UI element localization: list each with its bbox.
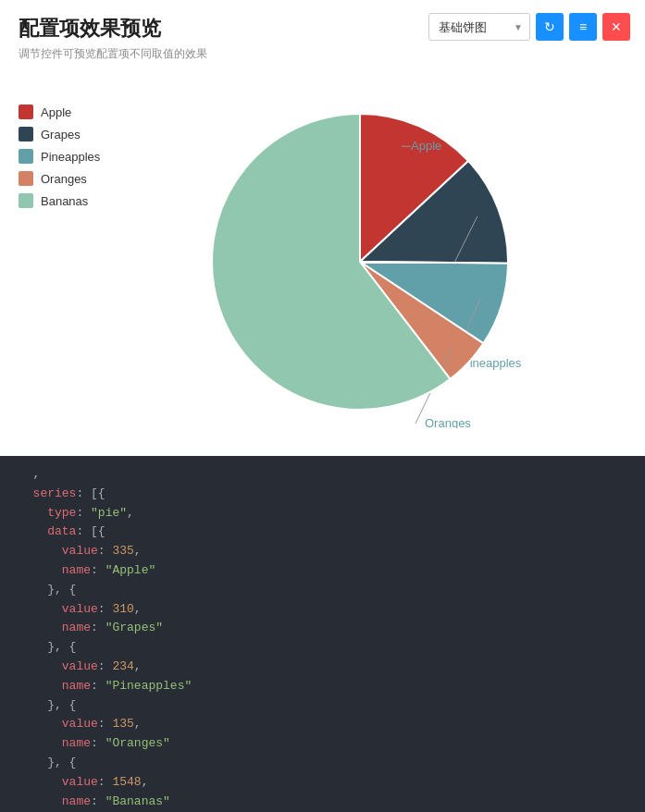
- page-subtitle: 调节控件可预览配置项不同取值的效果: [19, 46, 626, 62]
- code-line: value: 1548,: [19, 773, 626, 793]
- close-icon: ✕: [611, 19, 622, 34]
- settings-icon: ≡: [579, 19, 587, 34]
- legend-item: Bananas: [19, 193, 111, 208]
- legend-color-swatch: [19, 171, 33, 186]
- legend-label: Oranges: [41, 172, 87, 186]
- pie-label-apple: Apple: [411, 139, 441, 153]
- chart-type-wrapper: 基础饼图 ▼: [428, 13, 530, 41]
- code-line: name: "Apple": [19, 561, 626, 581]
- legend-label: Bananas: [41, 194, 88, 208]
- code-line: type: "pie",: [19, 504, 626, 523]
- code-line: value: 310,: [19, 600, 626, 620]
- refresh-icon: ↻: [544, 19, 555, 34]
- code-line: value: 335,: [19, 542, 626, 561]
- legend-color-swatch: [19, 105, 33, 119]
- settings-button[interactable]: ≡: [569, 13, 597, 41]
- legend-item: Apple: [19, 105, 111, 119]
- code-line: series: [{: [19, 485, 626, 504]
- code-line: data: [{: [19, 523, 626, 542]
- code-section: , series: [{ type: "pie", data: [{ value…: [0, 456, 645, 812]
- legend-label: Apple: [41, 105, 71, 119]
- legend-color-swatch: [19, 149, 33, 164]
- code-line: }, {: [19, 754, 626, 773]
- chart-area: Apple Grapes Pineapples Oranges Bananas …: [0, 86, 645, 456]
- chart-type-select[interactable]: 基础饼图: [428, 13, 530, 41]
- legend: Apple Grapes Pineapples Oranges Bananas: [19, 86, 111, 208]
- top-section: 配置项效果预览 调节控件可预览配置项不同取值的效果 基础饼图 ▼ ↻ ≡ ✕: [0, 0, 645, 86]
- refresh-button[interactable]: ↻: [536, 13, 564, 41]
- code-line: }, {: [19, 581, 626, 600]
- pie-chart-container: AppleGrapesPineapplesOranges: [130, 86, 626, 437]
- toolbar: 基础饼图 ▼ ↻ ≡ ✕: [428, 13, 630, 41]
- legend-item: Pineapples: [19, 149, 111, 164]
- code-line: value: 234,: [19, 658, 626, 677]
- legend-item: Oranges: [19, 171, 111, 186]
- code-line: value: 135,: [19, 715, 626, 734]
- close-button[interactable]: ✕: [602, 13, 630, 41]
- legend-label: Pineapples: [41, 150, 100, 164]
- pie-label-oranges: Oranges: [425, 416, 471, 428]
- legend-item: Grapes: [19, 127, 111, 141]
- code-line: }, {: [19, 638, 626, 658]
- legend-color-swatch: [19, 193, 33, 208]
- code-line: name: "Grapes": [19, 619, 626, 638]
- code-line: name: "Bananas": [19, 793, 626, 812]
- code-line: name: "Oranges": [19, 734, 626, 754]
- code-line: ,: [19, 465, 626, 485]
- code-line: }, {: [19, 696, 626, 716]
- legend-label: Grapes: [41, 128, 81, 141]
- legend-color-swatch: [19, 127, 33, 141]
- code-line: name: "Pineapples": [19, 677, 626, 696]
